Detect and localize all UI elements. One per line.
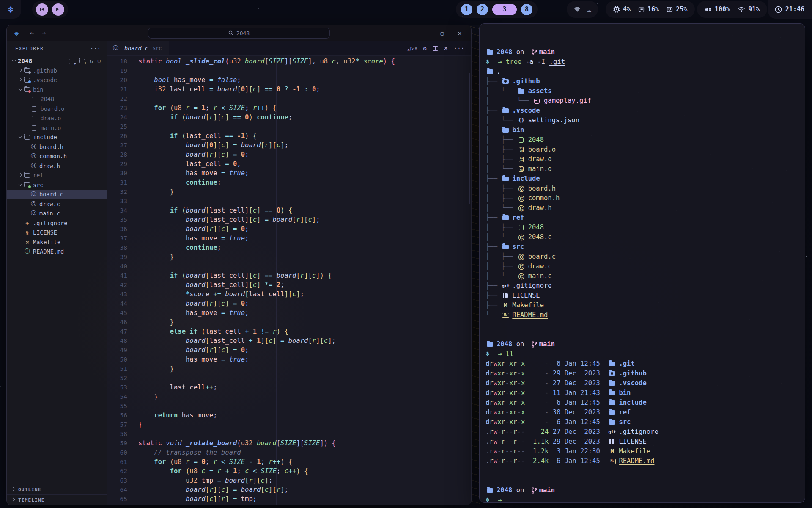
command-center-search[interactable]: 2048 bbox=[148, 28, 330, 39]
new-folder-icon[interactable]: + bbox=[79, 59, 85, 64]
line-number: 49 bbox=[107, 347, 127, 353]
file-tree-item--gitignore[interactable]: ◈.gitignore bbox=[7, 218, 107, 228]
split-editor-icon[interactable] bbox=[433, 46, 438, 51]
file-tree-item-readme-md[interactable]: ⓘREADME.md bbox=[7, 247, 107, 257]
markdown-file-icon: M↓ bbox=[501, 313, 510, 318]
line-number: 50 bbox=[107, 356, 127, 363]
run-dropdown-chevron-icon[interactable]: ∨ bbox=[415, 46, 417, 50]
clock-icon bbox=[775, 6, 782, 13]
more-actions-icon[interactable]: ··· bbox=[454, 45, 464, 52]
code-line-48: 48 board[last_cell + 1][c] = board[r][c]… bbox=[107, 337, 471, 346]
tree-output-row: │ ├── 0110board.o bbox=[486, 145, 798, 155]
file-tree-item-include[interactable]: include bbox=[7, 133, 107, 142]
chevron-right-icon bbox=[24, 202, 30, 207]
workspace-8[interactable]: 8 bbox=[521, 4, 532, 15]
tree-output-row: │ └── Ⓒmain.c bbox=[486, 271, 798, 281]
workspace-2[interactable]: 2 bbox=[477, 4, 488, 15]
file-icon bbox=[517, 225, 526, 230]
chevron-down-icon bbox=[17, 182, 24, 188]
bin-folder-icon bbox=[24, 87, 30, 92]
close-button[interactable]: × bbox=[458, 29, 462, 37]
github-folder-icon bbox=[501, 79, 510, 84]
tree-output-row: │ └── Ⓒ2048.c bbox=[486, 232, 798, 242]
workspace-1[interactable]: 1 bbox=[461, 4, 472, 15]
tree-output-row: │ ├── Ⓒboard.c bbox=[486, 252, 798, 262]
file-tree-item-ref[interactable]: ref bbox=[7, 171, 107, 180]
git-branch-icon bbox=[532, 487, 537, 494]
tree-output-row: ├── .github bbox=[486, 77, 798, 86]
code-line-20: 20 bool has_move = false; bbox=[107, 76, 471, 86]
file-tree-item-board-c[interactable]: Ⓒboard.c bbox=[7, 190, 107, 199]
terminal-window[interactable]: 2048 on main❄ → tree -a -I .git.├── .git… bbox=[479, 23, 805, 503]
maximize-button[interactable]: ▢ bbox=[441, 30, 444, 36]
file-tree-item-main-o[interactable]: main.o bbox=[7, 123, 107, 133]
file-tree-item-src[interactable]: src bbox=[7, 180, 107, 190]
file-tree-item-draw-h[interactable]: Ⓗdraw.h bbox=[7, 161, 107, 171]
chevron-right-icon bbox=[17, 230, 24, 235]
file-tree-item-makefile[interactable]: ⚒Makefile bbox=[7, 237, 107, 247]
top-status-bar: ❄ 1238 ☁ 4% 16% bbox=[0, 0, 812, 19]
file-tree-item-draw-c[interactable]: Ⓒdraw.c bbox=[7, 199, 107, 209]
line-number: 24 bbox=[107, 114, 127, 121]
file-tree-item-board-o[interactable]: board.o bbox=[7, 104, 107, 114]
file-tree-item-board-h[interactable]: Ⓗboard.h bbox=[7, 142, 107, 152]
markdown-file-icon: M↓ bbox=[608, 459, 616, 464]
line-number: 29 bbox=[107, 160, 127, 167]
file-label: 2048 bbox=[18, 58, 33, 64]
file-tree-item-bin[interactable]: bin bbox=[7, 85, 107, 95]
timeline-panel-header[interactable]: TIMELINE bbox=[7, 494, 107, 505]
tree-output-row: └── M↓README.md bbox=[486, 310, 798, 320]
tab-board-c[interactable]: Ⓒ board.c src bbox=[107, 41, 169, 55]
file-tree-item-2048[interactable]: 2048++↻⊟ bbox=[7, 56, 107, 66]
readme-icon: ⓘ bbox=[24, 248, 30, 255]
line-number: 62 bbox=[107, 468, 127, 475]
file-tree-item-2048[interactable]: 2048 bbox=[7, 94, 107, 104]
workspace-3[interactable]: 3 bbox=[492, 4, 517, 15]
outline-panel-header[interactable]: OUTLINE bbox=[7, 484, 107, 494]
media-next-button[interactable] bbox=[52, 3, 64, 16]
nav-back-icon[interactable]: ← bbox=[30, 29, 34, 37]
line-number: 46 bbox=[107, 319, 127, 326]
tree-output-row: │ ├── 0110draw.o bbox=[486, 155, 798, 164]
file-tree-item-draw-o[interactable]: draw.o bbox=[7, 113, 107, 123]
h-file-icon: Ⓗ bbox=[30, 162, 37, 170]
explorer-more-icon[interactable]: ··· bbox=[90, 45, 101, 52]
line-number: 26 bbox=[107, 133, 127, 139]
volume-stat[interactable]: 100% bbox=[705, 6, 730, 13]
launcher-module[interactable]: ❄ bbox=[0, 0, 21, 19]
code-line-33: 33 bbox=[107, 197, 471, 207]
prompt-line: ❄ → bbox=[486, 495, 798, 503]
file-tree-item-main-c[interactable]: Ⓒmain.c bbox=[7, 209, 107, 218]
refresh-explorer-icon[interactable]: ↻ bbox=[90, 58, 93, 64]
media-previous-button[interactable] bbox=[36, 3, 48, 16]
tree-output-row: │ ├── 2048 bbox=[486, 135, 798, 145]
vscode-titlebar[interactable]: ❋ ← → 2048 ─ ▢ × bbox=[7, 25, 471, 41]
terminal-cursor bbox=[507, 497, 510, 503]
file-tree-item--github[interactable]: .github bbox=[7, 66, 107, 76]
chevron-right-icon bbox=[24, 97, 30, 102]
chevron-right-icon bbox=[24, 125, 30, 130]
ram-stat: 16% bbox=[638, 6, 659, 13]
cpu-icon bbox=[613, 6, 620, 13]
run-file-button[interactable]: ⚙ ▷ ∨ bbox=[410, 45, 417, 52]
outline-label: OUTLINE bbox=[18, 487, 41, 492]
ls-output-row: drwxr-xr-x - 6 Jan 12:45 src bbox=[486, 417, 798, 427]
vscode-window: ❋ ← → 2048 ─ ▢ × EXPLORER ··· 2048++↻⊟.g… bbox=[6, 25, 472, 505]
close-editor-icon[interactable]: × bbox=[444, 44, 448, 52]
code-area[interactable]: 18static bool _slide_col(u32 board[SIZE]… bbox=[107, 56, 471, 505]
new-file-icon[interactable]: + bbox=[64, 58, 74, 64]
chevron-down-icon bbox=[11, 58, 18, 64]
collapse-folders-icon[interactable]: ⊟ bbox=[98, 58, 101, 64]
file-tree-item-common-h[interactable]: Ⓗcommon.h bbox=[7, 152, 107, 161]
nav-forward-icon[interactable]: → bbox=[42, 29, 46, 37]
code-line-59: 59static void _rotate_board(u32 board[SI… bbox=[107, 439, 471, 449]
file-tree-item-license[interactable]: §LICENSE bbox=[7, 228, 107, 237]
ls-output-row: drwxr-xr-x - 29 Dec 2023 .github bbox=[486, 369, 798, 378]
minimize-button[interactable]: ─ bbox=[423, 30, 427, 36]
prompt-header: 2048 on main bbox=[486, 340, 798, 349]
file-tree-item--vscode[interactable]: .vscode bbox=[7, 75, 107, 85]
editor-settings-icon[interactable]: ⚙ bbox=[423, 45, 426, 52]
code-line-43: 43 *score += board[last_cell][c]; bbox=[107, 290, 471, 300]
tree-output-row: │ ├── 2048 bbox=[486, 223, 798, 232]
wifi-stat[interactable]: 91% bbox=[738, 6, 760, 13]
